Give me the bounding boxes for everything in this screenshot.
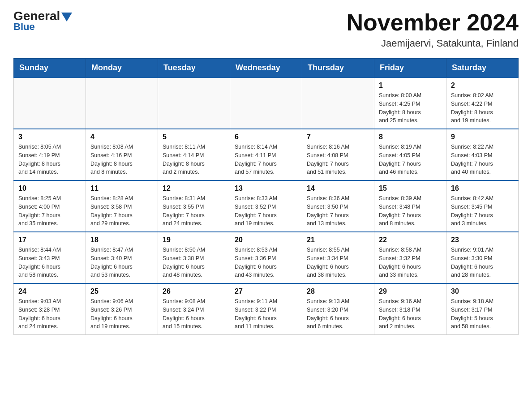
day-info: Sunrise: 8:19 AMSunset: 4:05 PMDaylight:…: [379, 143, 442, 176]
day-info: Sunrise: 8:36 AMSunset: 3:50 PMDaylight:…: [307, 194, 369, 228]
day-number: 22: [379, 236, 442, 244]
day-number: 9: [451, 133, 514, 141]
calendar-cell: 2Sunrise: 8:02 AMSunset: 4:22 PMDaylight…: [446, 77, 519, 129]
day-number: 4: [90, 133, 153, 141]
day-number: 2: [451, 81, 514, 90]
calendar-cell: 11Sunrise: 8:28 AMSunset: 3:58 PMDayligh…: [86, 180, 158, 232]
day-number: 7: [307, 133, 369, 141]
day-number: 27: [235, 287, 297, 295]
calendar-cell: 20Sunrise: 8:53 AMSunset: 3:36 PMDayligh…: [230, 232, 302, 283]
day-number: 28: [307, 287, 369, 295]
calendar-cell: 21Sunrise: 8:55 AMSunset: 3:34 PMDayligh…: [302, 232, 374, 283]
week-row-3: 10Sunrise: 8:25 AMSunset: 4:00 PMDayligh…: [14, 180, 519, 232]
day-info: Sunrise: 8:25 AMSunset: 4:00 PMDaylight:…: [18, 194, 81, 228]
week-row-5: 24Sunrise: 9:03 AMSunset: 3:28 PMDayligh…: [14, 283, 519, 335]
day-info: Sunrise: 8:16 AMSunset: 4:08 PMDaylight:…: [307, 143, 369, 176]
day-number: 12: [163, 184, 225, 193]
calendar-cell: 8Sunrise: 8:19 AMSunset: 4:05 PMDaylight…: [374, 129, 446, 180]
day-info: Sunrise: 9:11 AMSunset: 3:22 PMDaylight:…: [235, 297, 297, 331]
calendar-cell: 23Sunrise: 9:01 AMSunset: 3:30 PMDayligh…: [446, 232, 519, 283]
day-info: Sunrise: 9:13 AMSunset: 3:20 PMDaylight:…: [307, 297, 369, 331]
calendar-cell: 6Sunrise: 8:14 AMSunset: 4:11 PMDaylight…: [230, 129, 302, 180]
day-number: 19: [163, 236, 225, 244]
day-number: 13: [235, 184, 297, 193]
calendar-cell: 29Sunrise: 9:16 AMSunset: 3:18 PMDayligh…: [374, 283, 446, 335]
calendar-cell: 12Sunrise: 8:31 AMSunset: 3:55 PMDayligh…: [158, 180, 230, 232]
calendar-table: SundayMondayTuesdayWednesdayThursdayFrid…: [13, 58, 519, 335]
calendar-cell: 3Sunrise: 8:05 AMSunset: 4:19 PMDaylight…: [14, 129, 86, 180]
calendar-cell: 15Sunrise: 8:39 AMSunset: 3:48 PMDayligh…: [374, 180, 446, 232]
calendar-cell: 18Sunrise: 8:47 AMSunset: 3:40 PMDayligh…: [86, 232, 158, 283]
calendar-cell: 27Sunrise: 9:11 AMSunset: 3:22 PMDayligh…: [230, 283, 302, 335]
weekday-header-friday: Friday: [374, 59, 446, 78]
calendar-cell: 4Sunrise: 8:08 AMSunset: 4:16 PMDaylight…: [86, 129, 158, 180]
calendar-cell: 28Sunrise: 9:13 AMSunset: 3:20 PMDayligh…: [302, 283, 374, 335]
week-row-1: 1Sunrise: 8:00 AMSunset: 4:25 PMDaylight…: [14, 77, 519, 129]
calendar-cell: 16Sunrise: 8:42 AMSunset: 3:45 PMDayligh…: [446, 180, 519, 232]
calendar-cell: [14, 77, 86, 129]
day-number: 24: [18, 287, 81, 295]
weekday-header-thursday: Thursday: [302, 59, 374, 78]
calendar-cell: 7Sunrise: 8:16 AMSunset: 4:08 PMDaylight…: [302, 129, 374, 180]
title-block: November 2024 Jaemijaervi, Satakunta, Fi…: [347, 9, 519, 49]
day-info: Sunrise: 8:50 AMSunset: 3:38 PMDaylight:…: [163, 246, 225, 279]
calendar-cell: [158, 77, 230, 129]
calendar-cell: [86, 77, 158, 129]
calendar-header-row: SundayMondayTuesdayWednesdayThursdayFrid…: [14, 59, 519, 78]
day-number: 23: [451, 236, 514, 244]
day-info: Sunrise: 9:18 AMSunset: 3:17 PMDaylight:…: [451, 297, 514, 331]
weekday-header-saturday: Saturday: [446, 59, 519, 78]
day-info: Sunrise: 8:05 AMSunset: 4:19 PMDaylight:…: [18, 143, 81, 176]
calendar-cell: 14Sunrise: 8:36 AMSunset: 3:50 PMDayligh…: [302, 180, 374, 232]
calendar-cell: 19Sunrise: 8:50 AMSunset: 3:38 PMDayligh…: [158, 232, 230, 283]
day-info: Sunrise: 8:14 AMSunset: 4:11 PMDaylight:…: [235, 143, 297, 176]
week-row-4: 17Sunrise: 8:44 AMSunset: 3:43 PMDayligh…: [14, 232, 519, 283]
calendar-cell: 17Sunrise: 8:44 AMSunset: 3:43 PMDayligh…: [14, 232, 86, 283]
day-number: 21: [307, 236, 369, 244]
calendar-cell: 30Sunrise: 9:18 AMSunset: 3:17 PMDayligh…: [446, 283, 519, 335]
calendar-cell: 26Sunrise: 9:08 AMSunset: 3:24 PMDayligh…: [158, 283, 230, 335]
day-info: Sunrise: 8:02 AMSunset: 4:22 PMDaylight:…: [451, 91, 514, 125]
day-info: Sunrise: 8:39 AMSunset: 3:48 PMDaylight:…: [379, 194, 442, 228]
day-info: Sunrise: 8:47 AMSunset: 3:40 PMDaylight:…: [90, 246, 153, 279]
day-number: 26: [163, 287, 225, 295]
day-info: Sunrise: 9:03 AMSunset: 3:28 PMDaylight:…: [18, 297, 81, 331]
day-info: Sunrise: 8:55 AMSunset: 3:34 PMDaylight:…: [307, 246, 369, 279]
calendar-cell: 10Sunrise: 8:25 AMSunset: 4:00 PMDayligh…: [14, 180, 86, 232]
day-number: 18: [90, 236, 153, 244]
day-number: 29: [379, 287, 442, 295]
day-info: Sunrise: 8:22 AMSunset: 4:03 PMDaylight:…: [451, 143, 514, 176]
day-info: Sunrise: 8:08 AMSunset: 4:16 PMDaylight:…: [90, 143, 153, 176]
day-number: 30: [451, 287, 514, 295]
day-info: Sunrise: 8:11 AMSunset: 4:14 PMDaylight:…: [163, 143, 225, 176]
weekday-header-monday: Monday: [86, 59, 158, 78]
day-number: 5: [163, 133, 225, 141]
day-number: 6: [235, 133, 297, 141]
calendar-cell: 5Sunrise: 8:11 AMSunset: 4:14 PMDaylight…: [158, 129, 230, 180]
day-number: 1: [379, 81, 442, 90]
day-info: Sunrise: 9:16 AMSunset: 3:18 PMDaylight:…: [379, 297, 442, 331]
location-title: Jaemijaervi, Satakunta, Finland: [347, 38, 519, 49]
day-info: Sunrise: 8:28 AMSunset: 3:58 PMDaylight:…: [90, 194, 153, 228]
calendar-cell: [302, 77, 374, 129]
day-number: 20: [235, 236, 297, 244]
day-number: 17: [18, 236, 81, 244]
day-info: Sunrise: 8:44 AMSunset: 3:43 PMDaylight:…: [18, 246, 81, 279]
logo-triangle-icon: [61, 13, 72, 21]
day-number: 3: [18, 133, 81, 141]
weekday-header-wednesday: Wednesday: [230, 59, 302, 78]
day-number: 25: [90, 287, 153, 295]
day-info: Sunrise: 8:31 AMSunset: 3:55 PMDaylight:…: [163, 194, 225, 228]
day-number: 16: [451, 184, 514, 193]
logo: General Blue: [13, 9, 72, 33]
calendar-cell: 1Sunrise: 8:00 AMSunset: 4:25 PMDaylight…: [374, 77, 446, 129]
day-number: 14: [307, 184, 369, 193]
calendar-cell: 25Sunrise: 9:06 AMSunset: 3:26 PMDayligh…: [86, 283, 158, 335]
calendar-cell: 22Sunrise: 8:58 AMSunset: 3:32 PMDayligh…: [374, 232, 446, 283]
calendar-cell: [230, 77, 302, 129]
calendar-cell: 24Sunrise: 9:03 AMSunset: 3:28 PMDayligh…: [14, 283, 86, 335]
day-info: Sunrise: 8:53 AMSunset: 3:36 PMDaylight:…: [235, 246, 297, 279]
logo-blue: Blue: [13, 21, 35, 33]
day-info: Sunrise: 8:33 AMSunset: 3:52 PMDaylight:…: [235, 194, 297, 228]
day-info: Sunrise: 8:42 AMSunset: 3:45 PMDaylight:…: [451, 194, 514, 228]
